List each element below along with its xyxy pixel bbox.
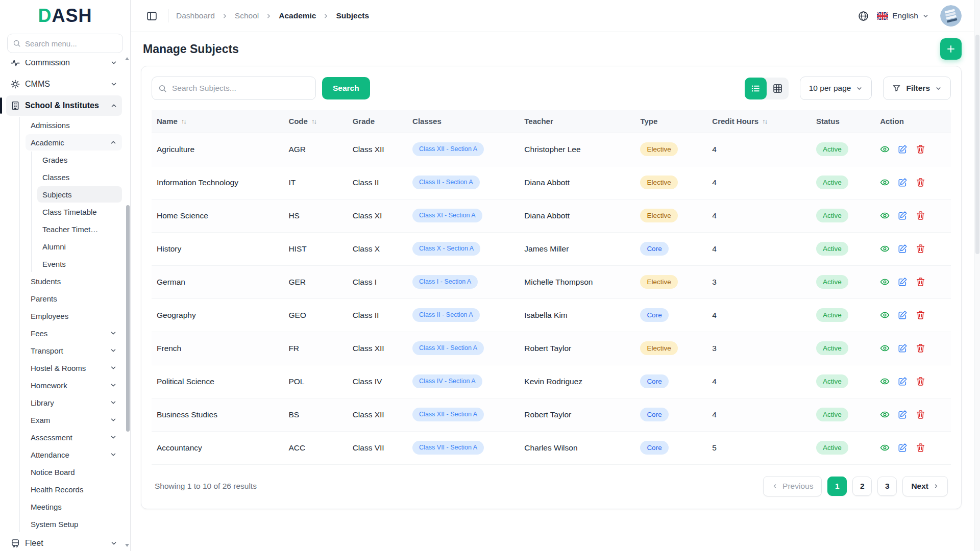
submenu-group: GradesClassesSubjectsClass TimetableTeac… (31, 152, 122, 272)
sidebar-item-subjects[interactable]: Subjects (37, 186, 122, 203)
view-button[interactable] (880, 377, 890, 386)
sidebar-item-events[interactable]: Events (37, 256, 122, 272)
column-header-code[interactable]: Code↑↓ (283, 110, 347, 133)
cell-classes: Class II - Section A (407, 166, 519, 199)
edit-button[interactable] (898, 443, 908, 453)
filters-button[interactable]: Filters (883, 77, 951, 100)
delete-button[interactable] (916, 410, 925, 419)
per-page-select[interactable]: 10 per page (800, 77, 872, 100)
previous-page-button[interactable]: Previous (763, 476, 822, 496)
sidebar-item-alumni[interactable]: Alumni (37, 238, 122, 255)
sidebar-item-teacher-timet[interactable]: Teacher Timet… (37, 221, 122, 237)
subjects-search-input[interactable] (172, 84, 309, 93)
globe-icon[interactable] (858, 11, 869, 21)
view-button[interactable] (880, 178, 890, 187)
delete-button[interactable] (916, 178, 925, 187)
column-header-name[interactable]: Name↑↓ (152, 110, 283, 133)
sidebar-item-meetings[interactable]: Meetings (26, 498, 122, 515)
edit-button[interactable] (898, 211, 908, 220)
sidebar-scrollbar-down-arrow[interactable] (125, 544, 129, 547)
sidebar-item-label: Admissions (31, 121, 117, 130)
cell-code: POL (283, 365, 347, 398)
sidebar-item-cmms[interactable]: CMMS (6, 74, 122, 94)
sidebar-item-assessment[interactable]: Assessment (26, 429, 122, 445)
breadcrumb-item-dashboard[interactable]: Dashboard (176, 11, 215, 20)
language-label: English (892, 11, 918, 20)
page-scrollbar-thumb[interactable] (975, 35, 979, 254)
sidebar-item-attendance[interactable]: Attendance (26, 446, 122, 463)
column-header-content: Code↑↓ (288, 117, 342, 126)
sidebar-toggle-button[interactable] (143, 7, 160, 24)
view-button[interactable] (880, 310, 890, 320)
sidebar-item-school-institutes[interactable]: School & Institutes (6, 95, 122, 116)
edit-button[interactable] (898, 343, 908, 353)
sidebar-search (7, 34, 123, 53)
add-subject-button[interactable] (940, 38, 962, 60)
sidebar-item-students[interactable]: Students (26, 273, 122, 289)
avatar[interactable] (940, 5, 962, 27)
view-button[interactable] (880, 244, 890, 254)
delete-button[interactable] (916, 310, 925, 320)
page-button-1[interactable]: 1 (827, 477, 847, 496)
grid-view-button[interactable] (767, 78, 789, 99)
sidebar-item-health-records[interactable]: Health Records (26, 481, 122, 497)
edit-button[interactable] (898, 244, 908, 254)
delete-button[interactable] (916, 211, 925, 220)
delete-button[interactable] (916, 443, 925, 453)
sidebar-scrollbar-up-arrow[interactable] (125, 57, 129, 60)
view-button[interactable] (880, 277, 890, 287)
breadcrumb-item-school[interactable]: School (235, 11, 259, 20)
column-header-credit-hours[interactable]: Credit Hours↑↓ (707, 110, 811, 133)
edit-button[interactable] (898, 277, 908, 287)
delete-button[interactable] (916, 377, 925, 386)
view-button[interactable] (880, 211, 890, 220)
sidebar-item-fees[interactable]: Fees (26, 325, 122, 341)
sidebar-item-employees[interactable]: Employees (26, 308, 122, 324)
sidebar-scrollbar-thumb[interactable] (126, 205, 130, 432)
edit-button[interactable] (898, 410, 908, 419)
sidebar-item-fleet[interactable]: Fleet (6, 533, 122, 551)
edit-button[interactable] (898, 310, 908, 320)
sidebar-item-system-setup[interactable]: System Setup (26, 516, 122, 532)
sidebar-item-homework[interactable]: Homework (26, 377, 122, 393)
delete-button[interactable] (916, 244, 925, 254)
search-button[interactable]: Search (322, 77, 370, 99)
sidebar-item-academic[interactable]: Academic (26, 134, 122, 151)
chevron-down-icon (110, 81, 117, 88)
list-view-button[interactable] (745, 78, 767, 99)
next-page-button[interactable]: Next (902, 476, 948, 496)
edit-button[interactable] (898, 377, 908, 386)
view-button[interactable] (880, 144, 890, 154)
delete-button[interactable] (916, 277, 925, 287)
view-button[interactable] (880, 410, 890, 419)
view-button[interactable] (880, 443, 890, 453)
cell-type: Core (635, 365, 707, 398)
class-section-badge: Class IV - Section A (412, 374, 482, 388)
view-button[interactable] (880, 343, 890, 353)
sidebar-item-class-timetable[interactable]: Class Timetable (37, 204, 122, 220)
language-selector[interactable]: English (877, 11, 929, 20)
delete-button[interactable] (916, 343, 925, 353)
sidebar-item-notice-board[interactable]: Notice Board (26, 464, 122, 480)
edit-button[interactable] (898, 178, 908, 187)
sidebar-item-exam[interactable]: Exam (26, 412, 122, 428)
sidebar-item-commission[interactable]: Commission (6, 60, 122, 73)
edit-button[interactable] (898, 144, 908, 154)
sidebar-item-classes[interactable]: Classes (37, 169, 122, 185)
delete-button[interactable] (916, 144, 925, 154)
status-badge: Active (816, 374, 848, 389)
page-button-2[interactable]: 2 (852, 477, 872, 496)
sidebar-item-hostel-rooms[interactable]: Hostel & Rooms (26, 360, 122, 376)
sidebar-item-library[interactable]: Library (26, 394, 122, 411)
breadcrumb-item-academic[interactable]: Academic (279, 11, 316, 20)
sidebar-item-parents[interactable]: Parents (26, 290, 122, 307)
cell-code: ACC (283, 431, 347, 464)
top-bar-right: English (858, 5, 962, 27)
sidebar-item-grades[interactable]: Grades (37, 152, 122, 168)
sidebar-item-transport[interactable]: Transport (26, 342, 122, 359)
page-button-3[interactable]: 3 (877, 477, 897, 496)
row-actions (880, 443, 946, 453)
sidebar-search-input[interactable] (25, 39, 127, 48)
sidebar-item-admissions[interactable]: Admissions (26, 117, 122, 133)
cell-grade: Class I (348, 265, 407, 298)
